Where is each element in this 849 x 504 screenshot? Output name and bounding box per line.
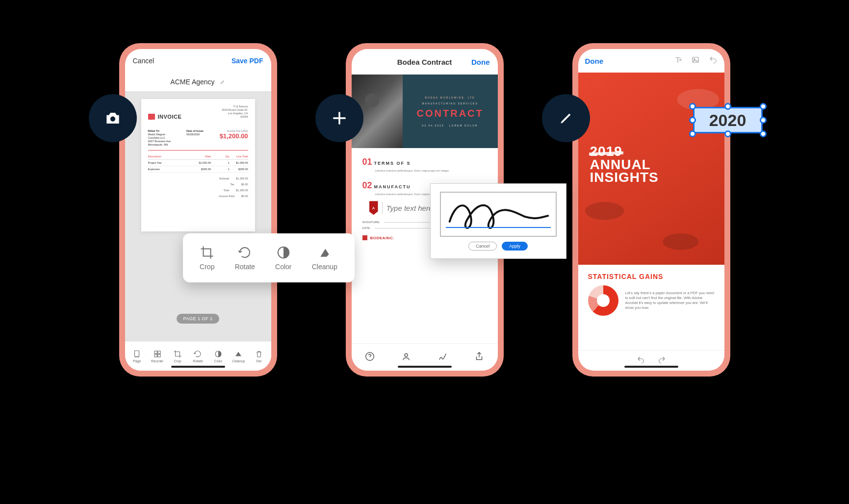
resize-handle[interactable]	[724, 130, 731, 137]
signature-popup: Cancel Apply	[430, 183, 566, 259]
camera-icon	[103, 109, 122, 127]
issue-label: Date of Issue:	[186, 129, 204, 133]
row-rate: $200.00	[192, 168, 211, 171]
cleanup-icon	[317, 245, 332, 260]
tool-crop[interactable]: Crop	[168, 350, 187, 363]
tool-label: Crop	[174, 359, 181, 363]
resize-handle[interactable]	[689, 130, 696, 137]
float-color[interactable]: Color	[275, 245, 291, 271]
section-body: Liiscibus interdum pellentesque. Dolor m…	[375, 169, 487, 173]
tool-label: Cleanup	[232, 359, 245, 363]
invoice-preview[interactable]: TI & Sammy 2020 Broad Creek Dr. Los Ange…	[141, 99, 255, 231]
col-rate: Rate	[192, 155, 211, 158]
tool-cleanup[interactable]: Cleanup	[229, 350, 248, 363]
bodea-logo-icon	[362, 235, 367, 240]
section-title: TERMS OF S	[374, 161, 411, 166]
image-tool-button[interactable]	[691, 55, 700, 66]
tool-label: Rotate	[193, 359, 203, 363]
signature-cancel-button[interactable]: Cancel	[468, 242, 497, 251]
document-title-row[interactable]: ACME Agency	[125, 73, 271, 91]
selection-text[interactable]: 2020	[693, 107, 763, 133]
tool-color[interactable]: Color	[208, 350, 228, 363]
invoice-address2: Los Angeles, CA	[222, 112, 248, 115]
signature-apply-button[interactable]: Apply	[502, 242, 528, 251]
undo-icon	[637, 355, 645, 364]
tool-label: Color	[214, 359, 223, 363]
tool-rotate[interactable]: Rotate	[188, 350, 207, 363]
signature-drawing	[441, 193, 556, 237]
pdf-marker-icon: A	[369, 201, 378, 215]
page-indicator: PAGE 1 OF 1	[177, 314, 220, 324]
save-pdf-button[interactable]: Save PDF	[232, 57, 263, 65]
hero-pretitle: BODEA WORLDWIDE, LTD	[425, 96, 475, 99]
undo-icon	[709, 55, 718, 64]
billed-company: CozyNest LLC	[148, 136, 171, 140]
resize-handle[interactable]	[760, 117, 767, 124]
crop-icon	[200, 245, 214, 260]
sign-button[interactable]	[437, 351, 448, 364]
signature-canvas[interactable]	[440, 192, 557, 237]
tool-page[interactable]: Page	[127, 350, 147, 363]
tool-reorder[interactable]: Reorder	[148, 350, 167, 363]
hero-line2: INSIGHTS	[590, 171, 659, 184]
svg-rect-4	[154, 354, 157, 357]
home-indicator	[624, 366, 678, 368]
float-cleanup[interactable]: Cleanup	[312, 245, 337, 271]
invoice-company: TI & Sammy	[222, 105, 248, 108]
pencil-icon	[558, 110, 574, 126]
resize-handle[interactable]	[689, 117, 696, 124]
tool-label: Reorder	[151, 359, 163, 363]
document-title: Bodea Contract	[385, 58, 464, 66]
row-desc: Project Fee	[148, 161, 193, 164]
total-label: Total	[223, 189, 229, 192]
profile-button[interactable]	[401, 351, 412, 364]
svg-rect-3	[157, 351, 160, 353]
rotate-icon	[237, 245, 252, 260]
float-rotate[interactable]: Rotate	[235, 245, 255, 271]
invoice-logo-icon	[148, 114, 155, 120]
resize-handle[interactable]	[724, 103, 731, 110]
resize-handle[interactable]	[689, 103, 696, 110]
float-label: Color	[275, 263, 291, 271]
tool-delete[interactable]: Del	[249, 350, 269, 363]
hero-line1: ANNUAL	[590, 158, 651, 172]
share-button[interactable]	[474, 351, 485, 364]
row-total: $1,000.00	[230, 161, 248, 164]
resize-handle[interactable]	[760, 130, 767, 137]
add-badge	[315, 94, 363, 142]
done-button[interactable]: Done	[585, 57, 604, 65]
cancel-button[interactable]: Cancel	[133, 57, 154, 65]
tool-label: Page	[133, 359, 141, 363]
svg-rect-1	[135, 351, 139, 356]
help-button[interactable]	[364, 351, 375, 364]
redo-icon	[657, 355, 666, 364]
billed-name: Maddi Wagner	[148, 133, 171, 136]
camera-badge	[89, 94, 137, 142]
text-tool-button[interactable]	[673, 55, 682, 66]
tool-label: Del	[256, 359, 261, 363]
row-qty: 1	[211, 161, 230, 164]
row-desc: Expenses	[148, 168, 193, 171]
tax-value: $0.00	[241, 183, 248, 186]
section-01: 01TERMS OF S Liiscibus interdum pellente…	[362, 157, 487, 173]
svg-point-10	[679, 59, 681, 61]
edit-badge	[542, 94, 590, 142]
invoice-address3: 92294	[222, 115, 248, 119]
redo-button[interactable]	[657, 355, 666, 366]
billed-to-label: Billed To:	[148, 129, 171, 133]
floating-edit-toolbar: Crop Rotate Color Cleanup	[183, 233, 355, 282]
undo-button[interactable]	[637, 355, 645, 366]
undo-header-button[interactable]	[709, 55, 718, 66]
paid-label: Amount Paid	[219, 195, 234, 198]
amount-due-value: $1,200.00	[220, 132, 248, 140]
done-button[interactable]: Done	[464, 58, 490, 66]
section-title: MANUFACTU	[374, 184, 411, 189]
svg-point-0	[110, 117, 115, 122]
text-selection-overlay[interactable]: 2020	[687, 101, 769, 139]
resize-handle[interactable]	[760, 103, 767, 110]
float-crop[interactable]: Crop	[200, 245, 214, 271]
color-icon	[276, 245, 291, 260]
hero-title: CONTRACT	[417, 108, 484, 119]
float-label: Rotate	[235, 263, 255, 271]
home-indicator	[171, 366, 225, 368]
